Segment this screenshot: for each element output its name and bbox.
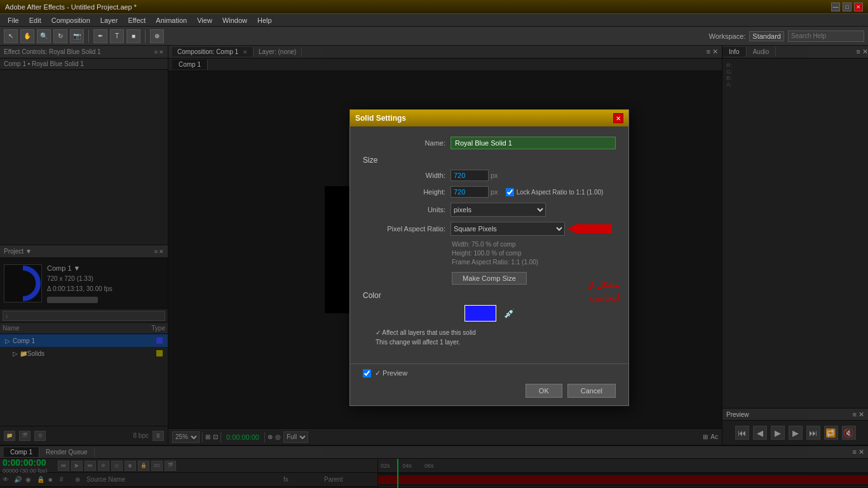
- comp-panel-menu[interactable]: ≡: [707, 48, 710, 55]
- eyedropper-button[interactable]: 💉: [504, 308, 515, 318]
- project-settings-btn[interactable]: ⚙: [34, 431, 46, 441]
- time-display: 0:00:00:00 00000 (30.00 fps): [3, 458, 48, 474]
- mini-motion[interactable]: ◎: [111, 461, 123, 471]
- new-comp-btn[interactable]: 🎬: [19, 431, 31, 441]
- marker-02s: 02s: [381, 463, 390, 469]
- search-help-input[interactable]: [788, 30, 864, 42]
- timeline-close[interactable]: ✕: [858, 448, 864, 456]
- preview-tab-bar: Preview ≡ ✕: [722, 408, 868, 421]
- ok-button[interactable]: OK: [526, 384, 562, 398]
- tool-camera[interactable]: 📷: [70, 29, 84, 43]
- project-item-comp1[interactable]: ▷ Comp 1: [0, 334, 168, 347]
- mini-next[interactable]: ⏭: [85, 461, 96, 471]
- delete-btn[interactable]: 🗑: [153, 431, 164, 441]
- tool-shape[interactable]: ■: [126, 29, 140, 43]
- loop-btn[interactable]: 🔁: [824, 426, 838, 440]
- grid-btn[interactable]: ⊞: [205, 433, 210, 440]
- menu-window[interactable]: Window: [217, 15, 252, 25]
- new-folder-btn[interactable]: 📁: [4, 431, 15, 441]
- safe-btn[interactable]: ⊡: [213, 433, 218, 440]
- fast-preview-btn[interactable]: Ac: [710, 433, 718, 440]
- color-swatch[interactable]: [465, 305, 496, 322]
- make-comp-size-button[interactable]: Make Comp Size: [452, 272, 527, 285]
- mini-first[interactable]: ⏮: [58, 461, 69, 471]
- lock-aspect-label: Lock Aspect Ratio to 1:1 (1.00): [517, 189, 604, 196]
- pixel-aspect-label: Pixel Aspect Ratio:: [363, 225, 445, 233]
- menu-composition[interactable]: Composition: [46, 15, 95, 25]
- play-btn[interactable]: ▶: [771, 426, 785, 440]
- pixel-aspect-select[interactable]: Square Pixels: [451, 222, 565, 236]
- width-input[interactable]: [451, 170, 489, 181]
- quality-select[interactable]: Full: [283, 431, 308, 443]
- comp-tab[interactable]: Comp 1: [172, 60, 208, 69]
- info-tab[interactable]: Info: [722, 47, 747, 57]
- menu-help[interactable]: Help: [252, 15, 277, 25]
- timeline-menu[interactable]: ≡: [853, 448, 857, 456]
- maximize-button[interactable]: □: [843, 3, 851, 11]
- comp-viewer-tab-close[interactable]: ✕: [243, 49, 248, 55]
- project-search-bar: [0, 309, 168, 323]
- prev-frame-btn[interactable]: ◀: [753, 426, 767, 440]
- units-select[interactable]: pixels: [451, 203, 546, 217]
- menu-edit[interactable]: Edit: [24, 15, 46, 25]
- project-panel-label: Project ▼: [4, 248, 32, 255]
- preview-checkbox[interactable]: [363, 369, 371, 377]
- modal-close-button[interactable]: ✕: [613, 113, 623, 123]
- menu-view[interactable]: View: [192, 15, 217, 25]
- workspace-value[interactable]: Standard: [749, 31, 784, 41]
- comp-panel-close[interactable]: ✕: [712, 48, 718, 55]
- tool-text[interactable]: T: [110, 29, 124, 43]
- tool-zoom[interactable]: 🔍: [37, 29, 51, 43]
- tool-select[interactable]: ↖: [4, 29, 18, 43]
- sep2: [220, 432, 221, 442]
- mini-render[interactable]: 🎬: [165, 461, 176, 471]
- tool-pen[interactable]: ✒: [93, 29, 107, 43]
- title-bar: Adobe After Effects - Untitled Project.a…: [0, 0, 868, 14]
- project-item-solids[interactable]: ▷ 📁 Solids: [0, 347, 168, 360]
- comp-viewer-tab[interactable]: Composition: Comp 1 ✕: [172, 47, 254, 57]
- menu-effect[interactable]: Effect: [123, 15, 151, 25]
- height-input[interactable]: [451, 186, 489, 198]
- menu-animation[interactable]: Animation: [151, 15, 192, 25]
- preview-panel-close[interactable]: ✕: [858, 410, 864, 418]
- mini-lock[interactable]: 🔒: [138, 461, 149, 471]
- name-input[interactable]: [451, 137, 616, 149]
- zoom-select[interactable]: 25%: [172, 431, 200, 443]
- effect-controls-menu[interactable]: ≡: [154, 49, 158, 55]
- viewer-btn[interactable]: ⊞: [703, 433, 708, 440]
- first-frame-btn[interactable]: ⏮: [735, 426, 749, 440]
- layer-tab[interactable]: Layer: (none): [254, 47, 302, 57]
- mini-solo[interactable]: ◉: [125, 461, 136, 471]
- mute-btn[interactable]: 🔇: [842, 426, 856, 440]
- tool-puppet[interactable]: ⊕: [150, 29, 164, 43]
- width-info: Width: 75.0 % of comp: [363, 241, 616, 248]
- close-button[interactable]: ✕: [854, 3, 863, 11]
- cancel-button[interactable]: Cancel: [567, 384, 616, 398]
- render-queue-tab[interactable]: Render Queue: [39, 447, 95, 457]
- mini-3d[interactable]: 3D: [151, 461, 163, 471]
- preview-tab[interactable]: Preview: [726, 411, 749, 418]
- menu-layer[interactable]: Layer: [95, 15, 123, 25]
- right-panel-menu[interactable]: ≡: [857, 48, 860, 55]
- right-panel-close[interactable]: ✕: [862, 48, 868, 55]
- lock-aspect-checkbox[interactable]: [506, 188, 514, 196]
- height-label: Height:: [363, 188, 445, 196]
- tool-rotate[interactable]: ↻: [53, 29, 67, 43]
- last-frame-btn[interactable]: ⏭: [806, 426, 820, 440]
- comp-timeline-tab[interactable]: Comp 1: [4, 447, 39, 457]
- project-panel-menu[interactable]: ≡: [154, 248, 158, 255]
- next-frame-btn[interactable]: ▶: [789, 426, 803, 440]
- project-panel-close[interactable]: ✕: [159, 248, 164, 255]
- window-buttons: — □ ✕: [831, 3, 863, 11]
- tool-hand[interactable]: ✋: [20, 29, 34, 43]
- effect-controls-close[interactable]: ✕: [159, 49, 164, 55]
- menu-file[interactable]: File: [3, 15, 24, 25]
- timeline-playhead[interactable]: [397, 459, 398, 488]
- mini-preview[interactable]: ⊛: [98, 461, 109, 471]
- audio-tab[interactable]: Audio: [747, 47, 776, 57]
- preview-panel-menu[interactable]: ≡: [853, 410, 857, 418]
- project-search-input[interactable]: [3, 311, 165, 321]
- track-header: 02s 04s 06s: [378, 459, 868, 473]
- mini-play[interactable]: ▶: [71, 461, 83, 471]
- minimize-button[interactable]: —: [831, 3, 840, 11]
